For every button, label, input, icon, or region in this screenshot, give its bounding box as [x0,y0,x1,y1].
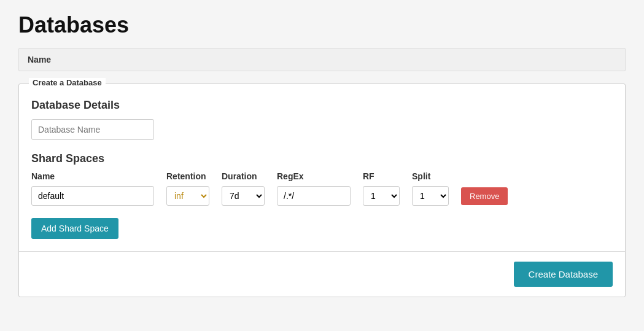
database-name-input[interactable] [31,119,154,140]
section-footer: Create Database [19,251,625,297]
shard-table-header: Name Retention Duration RegEx RF Split [31,171,613,181]
col-retention-header: Retention [166,171,209,181]
col-duration-header: Duration [222,171,265,181]
add-shard-space-button[interactable]: Add Shard Space [31,218,118,239]
duration-select[interactable]: 7d 1h 24h 30d 1y [222,186,265,206]
create-database-button[interactable]: Create Database [514,262,613,287]
shard-name-input[interactable] [31,186,154,206]
section-legend: Create a Database [29,78,106,87]
remove-shard-button[interactable]: Remove [461,187,508,205]
regex-input[interactable] [277,186,351,206]
col-regex-header: RegEx [277,171,351,181]
col-split-header: Split [412,171,449,181]
name-header-bar: Name [18,48,626,71]
rf-select[interactable]: 1 2 3 [363,186,400,206]
db-details-title: Database Details [31,99,613,112]
retention-select[interactable]: inf 1h 24h 7d 30d 1y [166,186,209,206]
col-name-header: Name [31,171,154,181]
split-select[interactable]: 1 2 3 [412,186,449,206]
name-header-label: Name [28,55,51,64]
section-inner: Database Details Shard Spaces Name Reten… [19,84,625,251]
shard-row: inf 1h 24h 7d 30d 1y 7d 1h 24h 30d 1y 1 … [31,186,613,206]
shard-spaces-title: Shard Spaces [31,152,613,165]
page-title: Databases [18,12,626,38]
col-rf-header: RF [363,171,400,181]
create-database-section: Create a Database Database Details Shard… [18,84,626,297]
